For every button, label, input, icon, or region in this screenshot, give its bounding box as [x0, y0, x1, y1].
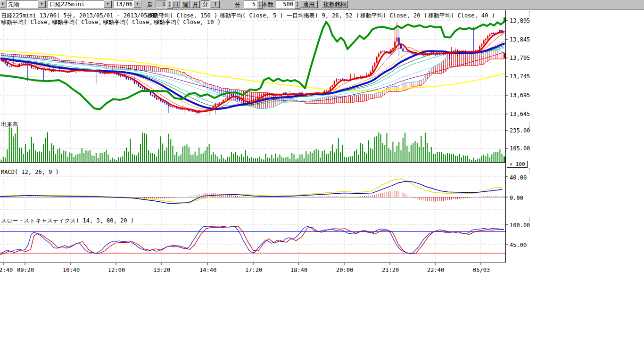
- candle-body: [227, 97, 228, 99]
- candle-body: [483, 41, 485, 45]
- candle-body: [287, 95, 289, 96]
- candle-body: [120, 75, 121, 76]
- candle-body: [394, 41, 396, 48]
- candle-body: [255, 99, 256, 100]
- lagging-span-line: [0, 22, 504, 109]
- volume-pane: [1, 127, 504, 162]
- price-axis-label: 13,895: [510, 17, 530, 24]
- candle-body: [376, 57, 378, 63]
- legend-item: 移動平均( Close, 5 ): [220, 12, 283, 20]
- time-axis-label: 17:20: [245, 267, 262, 273]
- pane-resize-marker: [: [528, 122, 531, 129]
- pane-resize-marker: [: [528, 10, 531, 17]
- candle-body: [180, 109, 182, 110]
- macd-line: [0, 181, 502, 204]
- time-axis-label: 12:00: [108, 267, 125, 273]
- axes: [0, 10, 508, 265]
- time-axis-label: 20:00: [336, 267, 353, 273]
- candle-body: [326, 90, 327, 91]
- candle-body: [405, 51, 406, 52]
- candle-body: [237, 98, 238, 99]
- candle-body: [485, 39, 487, 40]
- candle-body: [229, 96, 230, 97]
- candle-body: [142, 88, 143, 89]
- stoch-axis-label: 100.00: [510, 222, 530, 229]
- candle-body: [413, 53, 414, 54]
- candle-body: [378, 54, 380, 57]
- candle-body: [402, 49, 404, 51]
- time-axis-label: 21:20: [382, 267, 399, 273]
- volume-axis-label: 235.00: [510, 127, 530, 134]
- time-axis-label: 22:40: [0, 267, 13, 273]
- candle-body: [224, 99, 226, 99]
- volume-panel-label: 出来高: [1, 121, 18, 129]
- candle-body: [396, 38, 397, 41]
- candle-body: [259, 95, 260, 96]
- candle-body: [354, 77, 355, 78]
- last-value-marker: [504, 17, 505, 22]
- price-axis-label: 13,695: [510, 92, 530, 99]
- candle-body: [101, 73, 103, 74]
- candle-body: [130, 79, 131, 80]
- candle-body: [136, 83, 137, 84]
- candle-body: [380, 51, 381, 53]
- pane-resize-marker: [: [528, 216, 531, 223]
- candle-body: [372, 66, 373, 72]
- candle-body: [7, 63, 8, 66]
- stoch-percent-d-line: [0, 226, 504, 255]
- candle-body: [178, 108, 180, 109]
- time-axis-label: 05/03: [473, 267, 490, 273]
- candle-body: [10, 66, 12, 66]
- time-axis-label: 10:40: [63, 267, 80, 273]
- price-axis-label: 13,845: [510, 36, 530, 43]
- stoch-percent-k-line: [0, 226, 504, 254]
- candle-body: [487, 36, 488, 39]
- volume-axis-label: 105.00: [510, 145, 530, 152]
- candle-body: [388, 53, 389, 54]
- macd-pane: [0, 179, 505, 204]
- candle-body: [156, 98, 157, 99]
- candle-body: [216, 104, 218, 105]
- candle-body: [334, 81, 335, 85]
- candle-body: [152, 95, 153, 96]
- time-axis-label: 22:40: [427, 267, 444, 273]
- candle-body: [406, 51, 408, 52]
- candle-body: [144, 89, 145, 90]
- candle-body: [489, 34, 490, 36]
- candle-body: [352, 78, 353, 78]
- stoch-axis-label: 45.00: [510, 242, 527, 248]
- candle-body: [33, 68, 34, 69]
- candle-body: [154, 96, 156, 98]
- candle-body: [338, 80, 339, 80]
- macd-axis-label: 0.00: [510, 195, 523, 201]
- time-axis-label: 14:40: [199, 267, 216, 273]
- stochastics-pane: [0, 226, 505, 255]
- candle-body: [190, 111, 192, 111]
- candle-body: [336, 80, 337, 82]
- candle-body: [158, 99, 159, 99]
- candle-body: [493, 33, 495, 34]
- candle-body: [239, 99, 240, 100]
- candle-body: [140, 86, 141, 88]
- candle-body: [221, 102, 222, 103]
- macd-panel-label: MACD( 12, 26, 9 ): [1, 169, 59, 175]
- legend-item: 移動平均( Close, 20 ): [360, 12, 427, 20]
- time-axis-label: 09:20: [17, 267, 34, 273]
- time-axis-label: 18:40: [290, 267, 307, 273]
- candle-body: [261, 95, 263, 96]
- candle-body: [8, 66, 10, 66]
- candle-body: [241, 100, 242, 101]
- candle-body: [481, 44, 482, 46]
- macd-signal-line: [0, 179, 502, 203]
- time-axis-label: 13:20: [153, 267, 170, 273]
- senkou-span-b-line: [1, 54, 504, 104]
- price-axis-label: 13,745: [510, 73, 530, 80]
- senkou-span-a-line: [1, 50, 504, 109]
- candle-body: [382, 51, 383, 52]
- chart-plot-area[interactable]: [0, 0, 644, 283]
- last-value-marker: [504, 53, 505, 58]
- candle-body: [166, 103, 167, 105]
- candle-body: [265, 93, 266, 94]
- candle-body: [437, 55, 438, 55]
- candle-body: [128, 79, 129, 79]
